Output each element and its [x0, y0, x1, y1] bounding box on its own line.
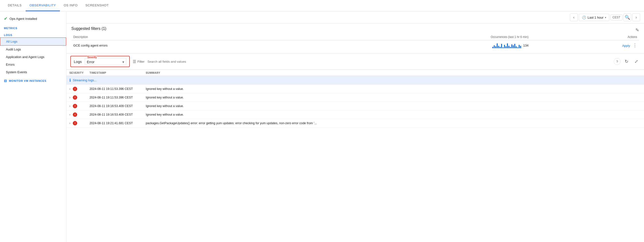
help-button[interactable]: ?	[614, 58, 620, 65]
filter-lines-icon: ☰	[133, 59, 136, 64]
sidebar-item-all-logs[interactable]: All Logs	[0, 38, 66, 46]
error-badge: !	[73, 87, 77, 91]
dropdown-arrow-icon: ▾	[122, 60, 124, 64]
ops-agent-status: ✔ Ops Agent Installed	[0, 14, 66, 24]
bar-chart	[492, 42, 521, 48]
logs-table: SEVERITY TIMESTAMP SUMMARY ℹ Streaming l…	[66, 70, 644, 128]
next-button[interactable]: ›	[632, 14, 640, 21]
error-badge: !	[73, 112, 77, 117]
refresh-button[interactable]: ↻	[622, 58, 630, 65]
sidebar-section-metrics[interactable]: METRICS	[0, 24, 66, 31]
time-selector[interactable]: 🕐 Last 1 hour ▾	[579, 14, 609, 21]
sidebar-item-system-events[interactable]: System Events	[0, 68, 66, 76]
severity-dropdown[interactable]: Severity Error ▾	[85, 58, 126, 65]
expand-btn[interactable]: ›	[70, 122, 70, 125]
severity-cell: › !	[66, 119, 86, 128]
severity-cell: › !	[66, 110, 86, 119]
log-row: › ! 2024-08-11 19:11:53.396 CEST Ignored…	[66, 85, 644, 93]
col-severity: SEVERITY	[66, 70, 86, 76]
filter-bar: Logs Severity Error ▾ ☰ Filter ?	[66, 53, 644, 70]
clock-icon: 🕐	[582, 16, 586, 19]
col-occurrences: Occurrences (last 1 hr 6 min)	[291, 34, 530, 40]
sidebar: ✔ Ops Agent Installed METRICS LOGS All L…	[0, 12, 66, 242]
logs-severity-box: Logs Severity Error ▾	[70, 56, 130, 67]
streaming-row: ℹ Streaming logs...	[66, 76, 644, 85]
col-actions: Actions	[530, 34, 639, 40]
severity-cell: › !	[66, 85, 86, 93]
content-area: ‹ 🕐 Last 1 hour ▾ CEST 🔍 › Suggested fil…	[66, 12, 644, 242]
search-input[interactable]	[147, 58, 611, 65]
more-options-btn[interactable]: ⋮	[633, 43, 637, 48]
occurrences-count: 134	[523, 44, 528, 47]
streaming-text: Streaming logs...	[73, 78, 97, 82]
col-timestamp: TIMESTAMP	[86, 70, 143, 76]
log-row: › ! 2024-08-11 19:21:41.681 CEST package…	[66, 119, 644, 128]
error-badge: !	[73, 104, 77, 108]
col-summary: SUMMARY	[143, 70, 644, 76]
tab-os-info[interactable]: OS INFO	[60, 0, 82, 11]
sidebar-item-errors[interactable]: Errors	[0, 61, 66, 68]
severity-value: Error	[87, 60, 120, 64]
expand-btn[interactable]: ›	[70, 96, 70, 99]
chevron-down-icon: ▾	[605, 16, 606, 19]
log-row: › ! 2024-08-11 19:16:53.409 CEST Ignored…	[66, 110, 644, 119]
filter-label: ☰ Filter	[133, 59, 145, 64]
sidebar-section-logs[interactable]: LOGS	[0, 31, 66, 38]
sidebar-item-application-agent-logs[interactable]: Application and Agent Logs	[0, 53, 66, 61]
expand-btn[interactable]: ›	[70, 113, 70, 116]
filter-actions: Apply ⋮	[530, 40, 639, 50]
search-button[interactable]: 🔍	[624, 14, 631, 21]
top-tabs: DETAILS OBSERVABILITY OS INFO SCREENSHOT	[0, 0, 644, 12]
severity-label: Severity	[87, 56, 98, 59]
tab-observability[interactable]: OBSERVABILITY	[26, 0, 60, 11]
log-row: › ! 2024-08-11 19:11:53.396 CEST Ignored…	[66, 93, 644, 102]
monitor-vm-instances[interactable]: ⊟ MONITOR VM INSTANCES	[0, 76, 66, 84]
open-external-button[interactable]: ⤢	[632, 58, 640, 65]
logs-section: Logs Severity Error ▾ ☰ Filter ?	[66, 53, 644, 242]
error-badge: !	[73, 121, 77, 126]
timestamp-cell: 2024-08-11 19:16:53.409 CEST	[86, 102, 143, 110]
timestamp-cell: 2024-08-11 19:16:53.409 CEST	[86, 110, 143, 119]
content-toolbar: ‹ 🕐 Last 1 hour ▾ CEST 🔍 ›	[66, 12, 644, 24]
expand-btn[interactable]: ›	[70, 104, 70, 108]
suggested-filters-title: Suggested filters (1)	[71, 27, 106, 31]
logs-table-container: SEVERITY TIMESTAMP SUMMARY ℹ Streaming l…	[66, 70, 644, 242]
summary-cell: Ignored key without a value.	[143, 85, 644, 93]
error-badge: !	[73, 95, 77, 100]
filters-table: Description Occurrences (last 1 hr 6 min…	[71, 34, 639, 50]
edit-icon[interactable]: ✎	[636, 28, 639, 33]
summary-cell: Ignored key without a value.	[143, 110, 644, 119]
suggested-filters-section: Suggested filters (1) ✎ Description Occu…	[66, 24, 644, 53]
tab-details[interactable]: DETAILS	[4, 0, 26, 11]
expand-btn[interactable]: ›	[70, 87, 70, 91]
timezone-badge: CEST	[610, 15, 622, 20]
timestamp-cell: 2024-08-11 19:11:53.396 CEST	[86, 85, 143, 93]
severity-cell: › !	[66, 102, 86, 110]
summary-cell: Ignored key without a value.	[143, 102, 644, 110]
summary-cell: packages.GetPackageUpdates() error: erro…	[143, 119, 644, 128]
filter-description: GCE config agent errors	[71, 40, 291, 50]
timestamp-cell: 2024-08-11 19:21:41.681 CEST	[86, 119, 143, 128]
sidebar-item-audit-logs[interactable]: Audit Logs	[0, 46, 66, 53]
log-row: › ! 2024-08-11 19:16:53.409 CEST Ignored…	[66, 102, 644, 110]
apply-link[interactable]: Apply	[622, 44, 630, 48]
time-label: Last 1 hour	[588, 16, 604, 19]
info-icon: ℹ	[70, 78, 71, 82]
monitor-label: MONITOR VM INSTANCES	[9, 79, 46, 82]
filter-text: Filter	[138, 60, 145, 63]
tab-screenshot[interactable]: SCREENSHOT	[82, 0, 113, 11]
monitor-icon: ⊟	[4, 79, 7, 83]
check-icon: ✔	[4, 16, 8, 21]
prev-button[interactable]: ‹	[570, 14, 578, 21]
filter-occurrences: 134	[291, 40, 530, 50]
severity-cell: › !	[66, 93, 86, 102]
col-description: Description	[71, 34, 291, 40]
timestamp-cell: 2024-08-11 19:11:53.396 CEST	[86, 93, 143, 102]
logs-section-label: Logs	[74, 60, 82, 64]
summary-cell: Ignored key without a value.	[143, 93, 644, 102]
filter-row: GCE config agent errors	[71, 40, 639, 50]
ops-agent-label: Ops Agent Installed	[10, 17, 37, 21]
